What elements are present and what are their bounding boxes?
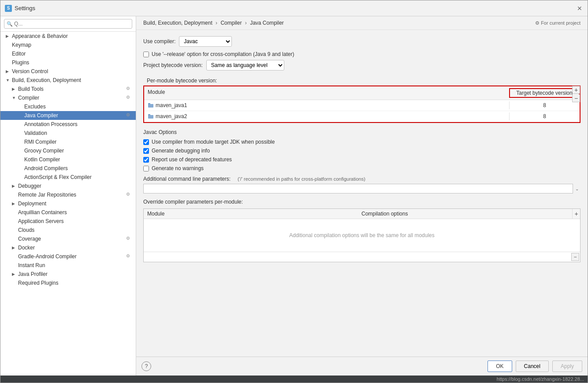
sidebar-item-groovy-compiler[interactable]: Groovy Compiler <box>0 146 136 155</box>
sidebar-label-java-profiler: Java Profiler <box>18 271 48 277</box>
sidebar-item-java-profiler[interactable]: Java Profiler <box>0 270 136 279</box>
bytecode-cell-0: 8 <box>509 101 580 109</box>
sidebar-item-annotation-processors[interactable]: Annotation Processors <box>0 120 136 129</box>
apply-button[interactable]: Apply <box>552 361 582 372</box>
project-bytecode-row: Project bytecode version: Same as langua… <box>143 60 581 71</box>
tree-arrow-build-execution <box>6 78 11 82</box>
close-button[interactable]: ✕ <box>576 5 583 12</box>
settings-badge-java-compiler: ⚙ <box>126 112 132 119</box>
sidebar-label-required-plugins: Required Plugins <box>18 280 58 286</box>
sidebar-item-remote-jar[interactable]: Remote Jar Repositories⚙ <box>0 190 136 199</box>
breadcrumb-sep2: › <box>245 20 247 26</box>
checkbox-label-no-warnings: Generate no warnings <box>152 165 204 171</box>
sidebar-label-groovy-compiler: Groovy Compiler <box>24 148 64 154</box>
search-icon: 🔍 <box>7 21 13 27</box>
checkbox-label-use-compiler-from-module: Use compiler from module target JDK when… <box>152 139 275 145</box>
sidebar-item-required-plugins[interactable]: Required Plugins <box>0 279 136 287</box>
svg-rect-3 <box>148 115 153 119</box>
search-input[interactable] <box>4 19 132 29</box>
override-title: Override compiler parameters per-module: <box>143 199 581 205</box>
sidebar-item-plugins[interactable]: Plugins <box>0 58 136 67</box>
breadcrumb-part1: Build, Execution, Deployment <box>143 20 212 26</box>
add-module-button[interactable]: + <box>572 86 580 94</box>
sidebar-item-build-tools[interactable]: Build Tools⚙ <box>0 85 136 93</box>
sidebar-item-appearance[interactable]: Appearance & Behavior <box>0 32 136 41</box>
per-module-table: Module Target bytecode version maven_jav… <box>143 86 581 123</box>
sidebar-item-validation[interactable]: Validation <box>0 129 136 138</box>
sidebar-label-version-control: Version Control <box>12 68 48 74</box>
breadcrumb: Build, Execution, Deployment › Compiler … <box>143 20 284 26</box>
sidebar-item-actionscript[interactable]: ActionScript & Flex Compiler <box>0 173 136 182</box>
sidebar-item-arquillian[interactable]: Arquillian Containers <box>0 208 136 217</box>
override-empty-text: Additional compilation options will be t… <box>144 219 580 252</box>
checkbox-report-deprecated[interactable] <box>143 157 149 163</box>
module-row: maven_java28 <box>144 111 580 122</box>
ok-button[interactable]: OK <box>488 361 512 372</box>
sidebar-item-version-control[interactable]: Version Control <box>0 67 136 76</box>
sidebar-item-instant-run[interactable]: Instant Run <box>0 261 136 270</box>
title-bar-left: S Settings <box>5 5 35 12</box>
checkbox-label-generate-debugging: Generate debugging info <box>152 148 210 154</box>
sidebar-item-java-compiler[interactable]: Java Compiler⚙ <box>0 111 136 120</box>
sidebar-item-gradle-android[interactable]: Gradle-Android Compiler⚙ <box>0 252 136 261</box>
sidebar-item-excludes[interactable]: Excludes <box>0 102 136 111</box>
main-panel: Build, Execution, Deployment › Compiler … <box>136 16 588 376</box>
cancel-button[interactable]: Cancel <box>516 361 549 372</box>
sidebar-item-compiler[interactable]: Compiler⚙ <box>0 93 136 102</box>
title-bar: S Settings ✕ <box>0 0 588 16</box>
bottom-bar: ? OK Cancel Apply <box>136 357 588 376</box>
sidebar-label-app-servers: Application Servers <box>18 218 63 224</box>
breadcrumb-bar: Build, Execution, Deployment › Compiler … <box>136 16 588 30</box>
checkbox-generate-debugging[interactable] <box>143 148 149 154</box>
sidebar-label-android-compilers: Android Compilers <box>24 165 68 171</box>
sidebar-item-clouds[interactable]: Clouds <box>0 226 136 234</box>
sidebar-label-build-tools: Build Tools <box>18 86 44 92</box>
override-add-button[interactable]: + <box>572 209 580 219</box>
sidebar-label-appearance: Appearance & Behavior <box>12 33 68 39</box>
settings-badge-coverage: ⚙ <box>126 236 132 242</box>
remove-module-button[interactable]: − <box>572 94 580 102</box>
cmd-expand-button[interactable]: ⌄ <box>573 184 581 193</box>
project-bytecode-select[interactable]: Same as language level 5 6 7 8 <box>206 60 284 71</box>
release-option-checkbox[interactable] <box>143 52 149 57</box>
col-bytecode-header: Target bytecode version <box>509 88 580 98</box>
sidebar-label-keymap: Keymap <box>12 42 31 48</box>
sidebar-item-keymap[interactable]: Keymap <box>0 41 136 49</box>
sidebar-label-remote-jar: Remote Jar Repositories <box>18 192 76 198</box>
sidebar-item-debugger[interactable]: Debugger <box>0 182 136 190</box>
sidebar-item-app-servers[interactable]: Application Servers <box>0 217 136 226</box>
tree-arrow-debugger <box>12 184 17 188</box>
sidebar-label-kotlin-compiler: Kotlin Compiler <box>24 156 60 163</box>
checkbox-no-warnings[interactable] <box>143 166 149 171</box>
sidebar-item-deployment[interactable]: Deployment <box>0 199 136 208</box>
cmd-params-input[interactable] <box>143 184 581 193</box>
sidebar-label-excludes: Excludes <box>24 104 46 110</box>
sidebar-item-docker[interactable]: Docker <box>0 243 136 252</box>
help-button[interactable]: ? <box>141 361 151 371</box>
per-module-title: Per-module bytecode version: <box>143 76 581 86</box>
settings-badge-gradle-android: ⚙ <box>126 253 132 260</box>
sidebar-item-build-execution[interactable]: Build, Execution, Deployment <box>0 76 136 85</box>
sidebar-item-editor[interactable]: Editor <box>0 49 136 58</box>
per-module-section: Per-module bytecode version: Module Targ… <box>143 76 581 123</box>
dialog-title: Settings <box>15 5 35 11</box>
checkbox-row-use-compiler-from-module: Use compiler from module target JDK when… <box>143 139 581 145</box>
sidebar-label-annotation-processors: Annotation Processors <box>24 121 78 127</box>
module-cell-1: maven_java2 <box>144 112 509 120</box>
sidebar-item-coverage[interactable]: Coverage⚙ <box>0 234 136 243</box>
use-compiler-select[interactable]: Javac Eclipse Ajc <box>179 36 232 47</box>
override-col-options: Compilation options <box>358 209 572 219</box>
sidebar-item-kotlin-compiler[interactable]: Kotlin Compiler <box>0 155 136 164</box>
sidebar-label-coverage: Coverage <box>18 236 41 242</box>
sidebar-item-android-compilers[interactable]: Android Compilers <box>0 164 136 173</box>
sidebar-label-plugins: Plugins <box>12 59 29 66</box>
sidebar-item-rmi-compiler[interactable]: RMI Compiler <box>0 138 136 146</box>
sidebar-label-gradle-android: Gradle-Android Compiler <box>18 253 77 260</box>
cmd-input-wrapper: ⌄ <box>143 184 581 193</box>
checkbox-use-compiler-from-module[interactable] <box>143 139 149 145</box>
override-remove-button[interactable]: − <box>571 253 579 261</box>
release-option-label: Use '--release' option for cross-compila… <box>152 51 294 57</box>
checkbox-row-generate-debugging: Generate debugging info <box>143 148 581 154</box>
cmd-params-row: Additional command line parameters: ('/'… <box>143 176 581 182</box>
breadcrumb-sep1: › <box>216 20 217 26</box>
